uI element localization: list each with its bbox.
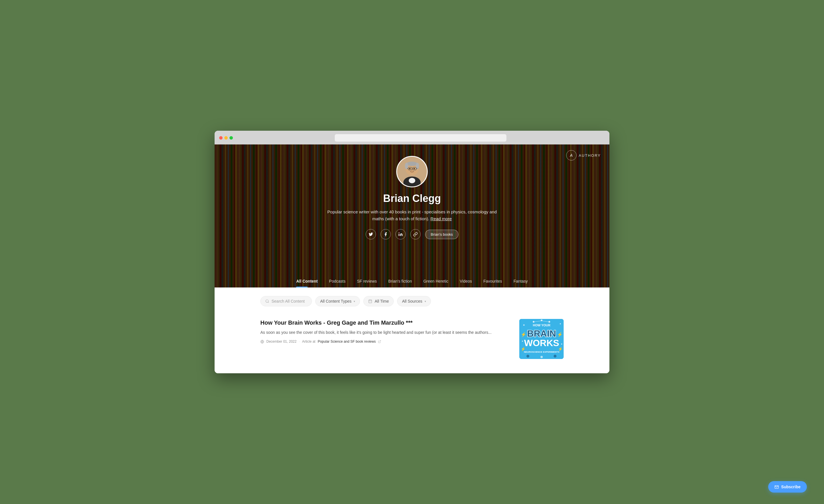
tab-videos[interactable]: Videos: [454, 276, 478, 288]
svg-text:★: ★: [522, 340, 523, 342]
avatar: [396, 156, 428, 187]
envelope-icon: [775, 485, 779, 489]
svg-text:HOW YOUR: HOW YOUR: [533, 323, 550, 327]
content-types-filter[interactable]: All Content Types ▾: [315, 296, 360, 306]
book-cover-decoration: ✦ ✦ ★ ★ ⚡ ⚡ ⚡ ⚡: [519, 319, 563, 359]
article-type: Article at: [302, 339, 316, 343]
svg-point-8: [413, 168, 415, 169]
browser-dots: [219, 136, 233, 139]
filter-bar: Search All Content All Content Types ▾ A…: [261, 296, 563, 306]
article-date: December 01, 2022: [267, 339, 296, 343]
search-icon: [265, 299, 269, 303]
svg-text:⚡: ⚡: [557, 332, 563, 337]
globe-icon: [261, 340, 264, 343]
svg-point-5: [405, 163, 408, 169]
svg-point-4: [407, 162, 417, 166]
svg-text:WORKS: WORKS: [524, 338, 559, 348]
svg-point-14: [411, 170, 413, 171]
time-filter[interactable]: All Time: [364, 296, 394, 306]
article-excerpt: As soon as you see the cover of this boo…: [261, 329, 512, 335]
svg-point-15: [399, 232, 400, 233]
svg-point-43: [540, 356, 543, 358]
avatar-image: [397, 157, 427, 187]
article-title[interactable]: How Your Brain Works - Greg Gage and Tim…: [261, 319, 512, 326]
books-button[interactable]: Brian's books: [425, 230, 458, 239]
tab-sf-reviews[interactable]: SF reviews: [351, 276, 383, 288]
svg-point-7: [409, 168, 411, 169]
close-dot[interactable]: [219, 136, 223, 139]
twitter-icon[interactable]: [366, 229, 376, 239]
svg-point-44: [554, 355, 556, 358]
browser-window: A AUTHORY: [215, 131, 609, 373]
article-card: How Your Brain Works - Greg Gage and Tim…: [261, 314, 563, 364]
svg-point-42: [526, 355, 529, 358]
main-content: Search All Content All Content Types ▾ A…: [215, 288, 609, 373]
browser-chrome: [215, 131, 609, 144]
svg-text:★: ★: [561, 343, 562, 345]
article-source[interactable]: Popular Science and SF book reviews: [318, 339, 376, 343]
linkedin-icon[interactable]: [395, 229, 406, 239]
book-cover: ✦ ✦ ★ ★ ⚡ ⚡ ⚡ ⚡: [519, 319, 563, 359]
author-bio: Popular science writer with over 40 book…: [323, 208, 501, 222]
hero-section: A AUTHORY: [215, 144, 609, 288]
read-more-link[interactable]: Read more: [431, 216, 452, 221]
tab-favourites[interactable]: Favourites: [478, 276, 508, 288]
sources-filter[interactable]: All Sources ▾: [397, 296, 431, 306]
svg-line-23: [379, 340, 381, 342]
svg-point-34: [541, 319, 542, 321]
calendar-icon: [368, 299, 372, 303]
article-meta: December 01, 2022 · Article at Popular S…: [261, 339, 512, 343]
tab-podcasts[interactable]: Podcasts: [323, 276, 351, 288]
article-thumbnail: ✦ ✦ ★ ★ ⚡ ⚡ ⚡ ⚡: [519, 319, 563, 359]
svg-point-35: [548, 321, 550, 323]
search-input[interactable]: Search All Content: [261, 296, 312, 306]
article-text: How Your Brain Works - Greg Gage and Tim…: [261, 319, 512, 343]
svg-point-16: [266, 300, 269, 302]
address-bar[interactable]: [335, 134, 506, 141]
author-name: Brian Clegg: [383, 193, 441, 205]
hero-nav: All Content Podcasts SF reviews Brian's …: [215, 276, 609, 288]
svg-text:BRAIN: BRAIN: [527, 328, 556, 339]
facebook-icon[interactable]: [381, 229, 391, 239]
svg-text:✦: ✦: [523, 323, 525, 327]
svg-point-33: [533, 321, 534, 323]
social-links: Brian's books: [366, 229, 458, 239]
tab-all-content[interactable]: All Content: [290, 276, 323, 288]
svg-point-2: [409, 178, 415, 183]
svg-rect-17: [369, 300, 372, 303]
maximize-dot[interactable]: [229, 136, 233, 139]
chevron-down-icon: ▾: [353, 300, 355, 303]
svg-text:⚡: ⚡: [521, 332, 526, 337]
svg-text:NEUROSCIENCE EXPERIMENTS: NEUROSCIENCE EXPERIMENTS: [524, 351, 559, 353]
svg-text:✦: ✦: [559, 323, 561, 325]
subscribe-button[interactable]: Subscribe: [768, 481, 807, 493]
minimize-dot[interactable]: [224, 136, 228, 139]
link-icon[interactable]: [410, 229, 421, 239]
external-link-icon: [378, 340, 381, 343]
tab-green-heretic[interactable]: Green Heretic: [418, 276, 454, 288]
tab-fantasy[interactable]: Fantasy: [508, 276, 534, 288]
chevron-down-icon-sources: ▾: [425, 300, 426, 303]
hero-content: Brian Clegg Popular science writer with …: [215, 144, 609, 248]
tab-brians-fiction[interactable]: Brian's fiction: [383, 276, 418, 288]
